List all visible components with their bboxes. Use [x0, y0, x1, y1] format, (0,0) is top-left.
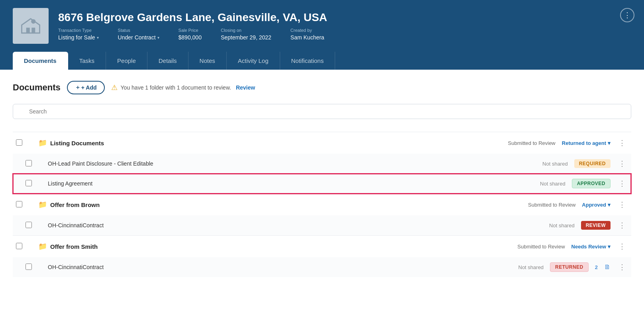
header-meta: Transaction Type Listing for Sale ▾ Stat… [58, 28, 631, 41]
closing-date-value: September 29, 2022 [221, 34, 271, 41]
folder-listing-documents-menu[interactable]: ⋮ [617, 137, 628, 149]
add-button[interactable]: ＋ + Add [67, 81, 105, 94]
chevron-down-icon: ▾ [608, 244, 611, 250]
doc-cincinnati-brown-shared: Not shared [549, 223, 575, 228]
page-title: Documents [13, 82, 61, 93]
folder-offer-brown-status: Submitted to Review Approved ▾ ⋮ [330, 199, 628, 211]
documents-content: Documents ＋ + Add ⚠ You have 1 folder wi… [0, 70, 644, 288]
closing-date-label: Closing on [221, 28, 271, 33]
folder-offer-smith-name: 📁 Offer from Smith [38, 242, 324, 251]
doc-cincinnati-brown-badge: REVIEW [581, 221, 611, 230]
doc-listing-agreement-name: Listing Agreement [48, 180, 92, 187]
doc-cincinnati-brown-status: Not shared REVIEW ⋮ [340, 219, 628, 231]
folder-offer-brown-menu[interactable]: ⋮ [617, 199, 628, 211]
created-by-value: Sam Kuchera [291, 34, 324, 41]
doc-oh-lead-paint-checkbox[interactable] [26, 160, 32, 166]
file-icon: 🗎 [604, 264, 611, 271]
submitted-label-smith: Submitted to Review [517, 244, 565, 250]
property-icon [13, 8, 49, 44]
doc-oh-lead-paint-badge: REQUIRED [574, 159, 611, 168]
content-header: Documents ＋ + Add ⚠ You have 1 folder wi… [13, 81, 631, 94]
folder-offer-brown-checkbox[interactable] [16, 201, 22, 207]
sale-price-meta: Sale Price $890,000 [179, 28, 202, 41]
approved-button[interactable]: Approved ▾ [582, 202, 611, 208]
folder-offer-smith-status: Submitted to Review Needs Review ▾ ⋮ [330, 240, 628, 252]
doc-cincinnati-smith-checkbox[interactable] [26, 264, 32, 270]
sale-price-value: $890,000 [179, 34, 202, 41]
folder-listing-documents: 📁 Listing Documents Submitted to Review … [13, 132, 631, 154]
doc-cincinnati-brown-name: OH-CincinnatiContract [48, 222, 104, 228]
header-info: 8676 Belgrove Gardens Lane, Gainesville,… [58, 11, 631, 41]
warning-icon: ⚠ [111, 83, 118, 92]
folder-listing-documents-status: Submitted to Review Returned to agent ▾ … [330, 137, 628, 149]
doc-oh-lead-paint: OH-Lead Paint Disclosure - Client Editab… [13, 154, 631, 174]
doc-oh-lead-paint-menu[interactable]: ⋮ [617, 158, 628, 170]
doc-cincinnati-smith-menu[interactable]: ⋮ [617, 261, 628, 273]
created-by-meta: Created by Sam Kuchera [291, 28, 324, 41]
tab-bar: Documents Tasks People Details Notes Act… [0, 52, 644, 70]
transaction-type-chevron: ▾ [97, 35, 99, 40]
property-address: 8676 Belgrove Gardens Lane, Gainesville,… [58, 11, 631, 24]
transaction-type-meta: Transaction Type Listing for Sale ▾ [58, 28, 99, 41]
chevron-down-icon: ▾ [608, 140, 611, 146]
doc-cincinnati-smith-shared: Not shared [518, 264, 544, 270]
created-by-label: Created by [291, 28, 324, 33]
closing-date-meta: Closing on September 29, 2022 [221, 28, 271, 41]
folder-offer-brown-name: 📁 Offer from Brown [38, 200, 324, 209]
tab-notes[interactable]: Notes [188, 52, 227, 70]
doc-cincinnati-smith-status: Not shared RETURNED 2 🗎 ⋮ [340, 261, 628, 273]
alert-message: ⚠ You have 1 folder with 1 document to r… [111, 83, 255, 92]
tab-people[interactable]: People [106, 52, 147, 70]
transaction-type-value[interactable]: Listing for Sale ▾ [58, 34, 99, 41]
doc-listing-agreement-menu[interactable]: ⋮ [617, 178, 628, 189]
doc-cincinnati-smith-name: OH-CincinnatiContract [48, 264, 104, 270]
plus-icon: ＋ [75, 84, 80, 91]
submitted-label-brown: Submitted to Review [528, 202, 575, 208]
folder-icon: 📁 [38, 139, 47, 147]
doc-cincinnati-brown-menu[interactable]: ⋮ [617, 219, 628, 231]
doc-cincinnati-brown: OH-CincinnatiContract Not shared REVIEW … [13, 215, 631, 236]
sale-price-label: Sale Price [179, 28, 202, 33]
doc-count-badge: 2 [595, 264, 598, 270]
folder-icon: 📁 [38, 242, 47, 251]
header-menu-button[interactable]: ⋮ [620, 8, 634, 22]
transaction-type-label: Transaction Type [58, 28, 99, 33]
doc-listing-agreement-status: Not shared APPROVED ⋮ [340, 178, 628, 189]
folder-offer-smith-menu[interactable]: ⋮ [617, 240, 628, 252]
documents-table: 📁 Listing Documents Submitted to Review … [13, 132, 631, 277]
folder-offer-smith: 📁 Offer from Smith Submitted to Review N… [13, 236, 631, 258]
header: 8676 Belgrove Gardens Lane, Gainesville,… [0, 0, 644, 52]
doc-cincinnati-smith-badge: RETURNED [550, 262, 589, 272]
search-input[interactable] [13, 104, 631, 119]
status-meta: Status Under Contract ▾ [118, 28, 159, 41]
chevron-down-icon: ▾ [608, 202, 611, 208]
review-link[interactable]: Review [236, 84, 255, 91]
doc-listing-agreement: Listing Agreement Not shared APPROVED ⋮ [13, 174, 631, 194]
tab-documents[interactable]: Documents [13, 52, 68, 70]
status-label: Status [118, 28, 159, 33]
doc-listing-agreement-badge: APPROVED [572, 179, 611, 188]
status-chevron: ▾ [157, 35, 159, 40]
status-value[interactable]: Under Contract ▾ [118, 34, 159, 41]
search-wrapper [13, 104, 631, 125]
doc-cincinnati-smith: OH-CincinnatiContract Not shared RETURNE… [13, 257, 631, 277]
tab-notifications[interactable]: Notifications [280, 52, 336, 70]
doc-listing-agreement-checkbox[interactable] [26, 180, 32, 186]
submitted-label: Submitted to Review [508, 140, 556, 146]
folder-offer-brown: 📁 Offer from Brown Submitted to Review A… [13, 194, 631, 216]
doc-listing-agreement-shared: Not shared [540, 181, 565, 187]
doc-oh-lead-paint-shared: Not shared [542, 161, 568, 167]
tab-activity-log[interactable]: Activity Log [227, 52, 280, 70]
doc-oh-lead-paint-name: OH-Lead Paint Disclosure - Client Editab… [48, 160, 153, 167]
returned-to-agent-button[interactable]: Returned to agent ▾ [562, 140, 611, 146]
folder-offer-smith-checkbox[interactable] [16, 243, 22, 249]
folder-listing-documents-checkbox[interactable] [16, 139, 22, 146]
doc-oh-lead-paint-status: Not shared REQUIRED ⋮ [340, 158, 628, 170]
tab-details[interactable]: Details [147, 52, 188, 70]
folder-listing-documents-name: 📁 Listing Documents [38, 139, 324, 147]
folder-icon: 📁 [38, 200, 47, 209]
needs-review-button[interactable]: Needs Review ▾ [571, 244, 611, 250]
tab-tasks[interactable]: Tasks [68, 52, 106, 70]
doc-cincinnati-brown-checkbox[interactable] [26, 222, 32, 228]
